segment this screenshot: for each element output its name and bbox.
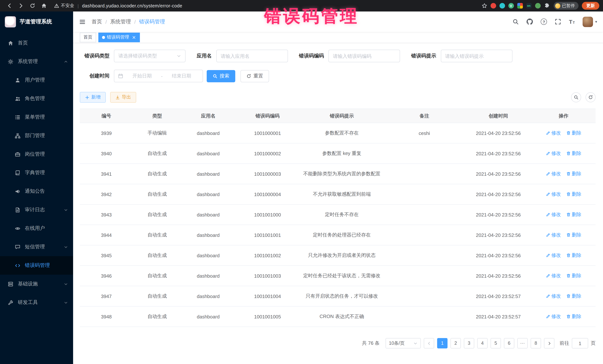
user-avatar-menu[interactable]: ▾: [583, 16, 597, 27]
sidebar-item-audit-log[interactable]: 审计日志: [0, 200, 73, 219]
edit-link[interactable]: 修改: [546, 293, 561, 299]
edit-link[interactable]: 修改: [546, 313, 561, 320]
breadcrumb-item[interactable]: 系统管理: [110, 18, 131, 25]
sidebar-item-online-user[interactable]: 在线用户: [0, 219, 73, 238]
app-name-input[interactable]: [216, 50, 288, 62]
extension-icon-grid[interactable]: [517, 3, 523, 9]
logo[interactable]: 芋道管理系统: [0, 11, 73, 32]
sidebar-item-role[interactable]: 角色管理: [0, 89, 73, 108]
search-icon[interactable]: [513, 19, 519, 25]
page-size-select[interactable]: 10条/页: [385, 338, 421, 348]
refresh-table-button[interactable]: [586, 92, 596, 102]
table-row: 3942自动生成dashboard1001000004不允许获取敏感配置到前端2…: [80, 184, 596, 204]
edit-link[interactable]: 修改: [546, 252, 561, 259]
fullscreen-icon[interactable]: [555, 19, 561, 25]
show-search-toggle-button[interactable]: [571, 92, 581, 102]
browser-update-button[interactable]: 更新: [582, 2, 599, 10]
prev-page-button[interactable]: [424, 338, 434, 348]
page-8-button[interactable]: 8: [531, 338, 541, 348]
error-code-input[interactable]: [328, 50, 400, 62]
delete-link[interactable]: 删除: [566, 211, 581, 218]
sidebar-item-post[interactable]: 岗位管理: [0, 145, 73, 164]
delete-link[interactable]: 删除: [566, 252, 581, 259]
create-time-range-picker[interactable]: 开始日期 - 结束日期: [114, 70, 203, 82]
sidebar-item-dept[interactable]: 部门管理: [0, 126, 73, 145]
edit-link[interactable]: 修改: [546, 170, 561, 177]
cell-remark: [383, 184, 465, 204]
search-icon: [213, 74, 218, 78]
sidebar-item-label: 岗位管理: [25, 151, 45, 157]
page-5-button[interactable]: 5: [491, 338, 501, 348]
extension-icon-green[interactable]: [535, 3, 541, 9]
next-page-button[interactable]: [544, 338, 554, 348]
tab-1[interactable]: 错误码管理: [98, 33, 140, 42]
url-text[interactable]: dashboard.yudao.iocoder.cn/system/error-…: [82, 3, 182, 8]
cell-hint: 只有开启状态的任务，才可以修改: [300, 286, 383, 306]
page-1-button[interactable]: 1: [437, 338, 448, 348]
error-type-select[interactable]: 请选择错误码类型: [114, 50, 186, 62]
export-button[interactable]: 导出: [110, 92, 136, 103]
delete-link[interactable]: 删除: [566, 313, 581, 320]
extension-icon-red[interactable]: [490, 3, 496, 9]
page-2-button[interactable]: 2: [451, 338, 461, 348]
security-indicator[interactable]: 不安全: [54, 3, 74, 9]
edit-link[interactable]: 修改: [546, 130, 561, 136]
delete-link[interactable]: 删除: [566, 293, 581, 299]
sidebar-item-home[interactable]: 首页: [0, 34, 73, 52]
page-3-button[interactable]: 3: [464, 338, 474, 348]
help-icon[interactable]: ?: [541, 19, 547, 25]
back-icon[interactable]: [7, 3, 12, 9]
more-pages-button[interactable]: ···: [517, 338, 528, 348]
add-button[interactable]: 新增: [80, 92, 106, 103]
edit-link[interactable]: 修改: [546, 232, 561, 238]
cell-actions: 修改删除: [532, 184, 596, 204]
extensions-puzzle-icon[interactable]: [544, 3, 549, 9]
page-6-button[interactable]: 6: [504, 338, 514, 348]
profile-paused-chip[interactable]: 已暂停: [554, 2, 579, 10]
extension-icon-vue[interactable]: V: [508, 3, 514, 9]
cell-type: 自动生成: [133, 164, 181, 184]
sidebar-item-user[interactable]: 用户管理: [0, 71, 73, 89]
delete-link[interactable]: 删除: [566, 232, 581, 238]
browser-home-icon[interactable]: [41, 3, 47, 9]
page-4-button[interactable]: 4: [477, 338, 487, 348]
delete-link[interactable]: 删除: [566, 170, 581, 177]
cell-actions: 修改删除: [532, 204, 596, 225]
sidebar-item-sms[interactable]: 短信管理: [0, 238, 73, 256]
reset-button[interactable]: 重置: [241, 70, 269, 82]
cell-id: 3940: [80, 143, 133, 164]
hamburger-icon[interactable]: [79, 18, 86, 25]
reload-icon[interactable]: [30, 3, 35, 9]
edit-link[interactable]: 修改: [546, 150, 561, 157]
edit-link[interactable]: 修改: [546, 272, 561, 279]
extension-icon-teal[interactable]: [499, 3, 505, 9]
cell-remark: [383, 286, 465, 306]
error-hint-input[interactable]: [441, 50, 512, 62]
sidebar-item-infra[interactable]: 基础设施: [0, 275, 73, 293]
goto-page-input[interactable]: [572, 338, 588, 348]
sidebar-item-dev-tools[interactable]: 研发工具: [0, 293, 73, 312]
sidebar-item-system[interactable]: 系统管理: [0, 52, 73, 71]
close-icon[interactable]: [132, 35, 136, 39]
breadcrumb-item[interactable]: 首页: [92, 18, 102, 25]
bookmark-star-icon[interactable]: [481, 3, 487, 9]
cell-code: 1001000004: [235, 184, 300, 204]
tab-0[interactable]: 首页: [80, 33, 96, 42]
delete-link[interactable]: 删除: [566, 272, 581, 279]
search-button[interactable]: 搜索: [207, 70, 235, 82]
delete-link[interactable]: 删除: [566, 191, 581, 198]
delete-link[interactable]: 删除: [566, 150, 581, 157]
extension-icon-on[interactable]: on: [526, 3, 532, 9]
sidebar-item-notice[interactable]: 通知公告: [0, 182, 73, 200]
edit-link[interactable]: 修改: [546, 191, 561, 198]
font-size-icon[interactable]: TT: [569, 19, 575, 24]
sidebar-item-menu[interactable]: 菜单管理: [0, 108, 73, 126]
edit-link[interactable]: 修改: [546, 211, 561, 218]
column-header: 错误码提示: [300, 109, 383, 123]
sidebar-item-error-code[interactable]: 错误码管理: [0, 256, 73, 275]
sidebar-item-label: 通知公告: [25, 188, 45, 195]
sidebar-item-dict[interactable]: 字典管理: [0, 164, 73, 182]
github-icon[interactable]: [527, 19, 533, 25]
delete-link[interactable]: 删除: [566, 130, 581, 136]
forward-icon[interactable]: [18, 3, 24, 9]
